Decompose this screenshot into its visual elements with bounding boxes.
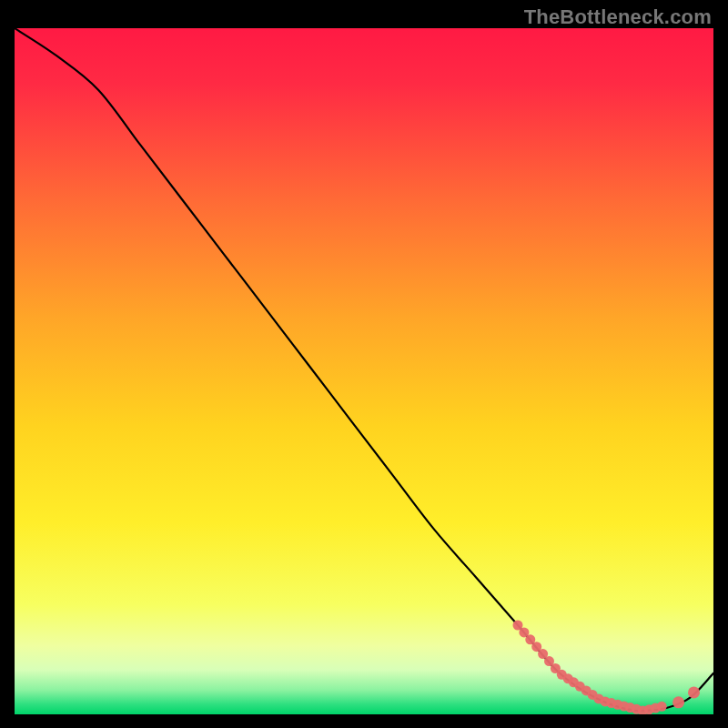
- highlight-dot: [657, 702, 667, 712]
- highlight-dot: [688, 686, 700, 698]
- watermark-text: TheBottleneck.com: [524, 5, 712, 29]
- curve-layer: [15, 28, 713, 714]
- chart-frame: TheBottleneck.com: [0, 0, 728, 728]
- plot-area: [15, 28, 713, 714]
- highlight-dot: [672, 696, 684, 708]
- bottleneck-curve: [15, 28, 713, 711]
